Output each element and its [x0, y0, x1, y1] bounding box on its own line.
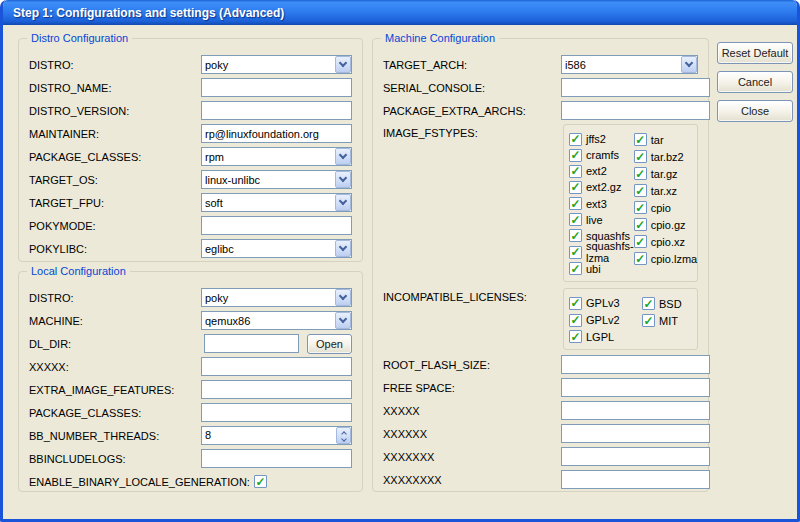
checkbox-icon: [569, 262, 582, 275]
machine-xxxxxxxx-input[interactable]: [561, 470, 710, 489]
field-label-xxxxxxx: XXXXXXX: [383, 451, 561, 463]
fstype-checkbox-cpio[interactable]: cpio: [634, 199, 697, 216]
fstype-checkbox-ubi[interactable]: ubi: [569, 261, 634, 277]
pokylibc-combobox[interactable]: eglibc: [201, 239, 352, 258]
fstype-checkbox-squashfs-lzma[interactable]: squashfs-lzma: [569, 244, 634, 261]
fstype-checkbox-ext3[interactable]: ext3: [569, 196, 634, 212]
chevron-down-icon[interactable]: [335, 312, 351, 329]
fstype-checkbox-jffs2[interactable]: jffs2: [569, 131, 634, 147]
chevron-down-icon[interactable]: [335, 171, 351, 188]
bb-number-threads-spinner[interactable]: 8: [201, 426, 352, 445]
chevron-down-icon[interactable]: [335, 240, 351, 257]
machine-xxxxxx-input[interactable]: [561, 424, 710, 443]
checkbox-icon: [569, 229, 582, 242]
package-extra-archs-input[interactable]: [561, 101, 710, 120]
fstype-checkbox-cpioxz[interactable]: cpio.xz: [634, 233, 697, 250]
field-label-xxxxxxxx: XXXXXXXX: [383, 474, 561, 486]
field-label-enable-binary-locale-generation: ENABLE_BINARY_LOCALE_GENERATION:: [29, 476, 250, 488]
window-title: Step 1: Configurations and settings (Adv…: [13, 6, 284, 20]
local-package-classes-input[interactable]: [201, 403, 352, 422]
combobox-value: poky: [202, 59, 335, 71]
field-label-package-classes: PACKAGE_CLASSES:: [29, 407, 201, 419]
spinner-value: 8: [202, 427, 336, 444]
field-label-package-classes: PACKAGE_CLASSES:: [29, 151, 201, 163]
field-label-distro: DISTRO:: [29, 59, 201, 71]
chevron-down-icon[interactable]: [335, 148, 351, 165]
machine-combobox[interactable]: qemux86: [201, 311, 352, 330]
bbincludelogs-input[interactable]: [201, 449, 352, 468]
checkbox-icon: [634, 150, 647, 163]
distro-version-input[interactable]: [201, 101, 352, 120]
license-checkbox-gplv2[interactable]: GPLv2: [569, 312, 642, 329]
local-distro-combobox[interactable]: poky: [201, 288, 352, 307]
free-space-input[interactable]: [561, 378, 710, 397]
target-arch-combobox[interactable]: i586: [561, 55, 698, 74]
field-label-target-arch: TARGET_ARCH:: [383, 59, 561, 71]
group-title: Machine Configuration: [381, 32, 499, 44]
checkbox-icon: [642, 297, 655, 310]
enable-binary-locale-generation-checkbox[interactable]: [254, 475, 267, 488]
title-bar[interactable]: Step 1: Configurations and settings (Adv…: [3, 0, 797, 25]
distro-name-input[interactable]: [201, 78, 352, 97]
serial-console-input[interactable]: [561, 78, 710, 97]
chevron-down-icon[interactable]: [335, 194, 351, 211]
dialog-body: Distro Configuration DISTRO: poky DISTRO…: [3, 25, 797, 519]
machine-xxxxx-input[interactable]: [561, 401, 710, 420]
close-button[interactable]: Close: [717, 100, 793, 122]
license-checkbox-gplv3[interactable]: GPLv3: [569, 295, 642, 312]
chevron-down-icon[interactable]: [681, 56, 697, 73]
chevron-down-icon[interactable]: [335, 289, 351, 306]
fstype-checkbox-targz[interactable]: tar.gz: [634, 165, 697, 182]
distro-combobox[interactable]: poky: [201, 55, 352, 74]
checkbox-icon: [569, 330, 582, 343]
open-button[interactable]: Open: [307, 334, 352, 354]
fstype-checkbox-live[interactable]: live: [569, 212, 634, 228]
checkbox-icon: [569, 197, 582, 210]
extra-image-features-input[interactable]: [201, 380, 352, 399]
field-label-maintainer: MAINTAINER:: [29, 128, 201, 140]
checkbox-icon: [634, 235, 647, 248]
checkbox-icon: [569, 149, 582, 162]
checkbox-icon: [569, 246, 582, 259]
spinner-arrows-icon[interactable]: [336, 427, 351, 444]
target-os-combobox[interactable]: linux-unlibc: [201, 170, 352, 189]
fstype-checkbox-cramfs[interactable]: cramfs: [569, 147, 634, 163]
fstype-checkbox-tarxz[interactable]: tar.xz: [634, 182, 697, 199]
reset-default-button[interactable]: Reset Default: [717, 42, 793, 64]
license-checkbox-mit[interactable]: MIT: [642, 312, 682, 329]
fstype-checkbox-ext2gz[interactable]: ext2.gz: [569, 179, 634, 195]
checkbox-icon: [569, 213, 582, 226]
fstype-checkbox-cpiolzma[interactable]: cpio.lzma: [634, 250, 697, 267]
checkbox-icon: [569, 297, 582, 310]
fstype-checkbox-tarbz2[interactable]: tar.bz2: [634, 148, 697, 165]
dl-dir-input[interactable]: [204, 334, 299, 353]
dialog-window: Step 1: Configurations and settings (Adv…: [0, 0, 800, 522]
license-checkbox-lgpl[interactable]: LGPL: [569, 328, 642, 345]
pokymode-input[interactable]: [201, 216, 352, 235]
action-button-stack: Reset Default Cancel Close: [717, 42, 793, 122]
field-label-pokylibc: POKYLIBC:: [29, 243, 201, 255]
fstype-checkbox-ext2[interactable]: ext2: [569, 163, 634, 179]
target-fpu-combobox[interactable]: soft: [201, 193, 352, 212]
checkbox-icon: [634, 201, 647, 214]
package-classes-combobox[interactable]: rpm: [201, 147, 352, 166]
license-checkbox-bsd[interactable]: BSD: [642, 295, 682, 312]
xxxxx-input[interactable]: [201, 357, 352, 376]
checkbox-icon: [634, 133, 647, 146]
fstype-checkbox-cpiogz[interactable]: cpio.gz: [634, 216, 697, 233]
fstype-checkbox-tar[interactable]: tar: [634, 131, 697, 148]
group-title: Distro Configuration: [27, 32, 132, 44]
cancel-button[interactable]: Cancel: [717, 71, 793, 93]
field-label-root-flash-size: ROOT_FLASH_SIZE:: [383, 359, 561, 371]
group-distro-configuration: Distro Configuration DISTRO: poky DISTRO…: [18, 38, 363, 262]
maintainer-input[interactable]: [201, 124, 352, 143]
machine-xxxxxxx-input[interactable]: [561, 447, 710, 466]
checkbox-icon: [569, 133, 582, 146]
root-flash-size-input[interactable]: [561, 355, 710, 374]
group-machine-configuration: Machine Configuration TARGET_ARCH: i586 …: [372, 38, 709, 492]
field-label-xxxxx: XXXXX: [383, 405, 561, 417]
field-label-bb-number-threads: BB_NUMBER_THREADS:: [29, 430, 201, 442]
checkbox-icon: [634, 218, 647, 231]
checkbox-icon: [634, 252, 647, 265]
chevron-down-icon[interactable]: [335, 56, 351, 73]
